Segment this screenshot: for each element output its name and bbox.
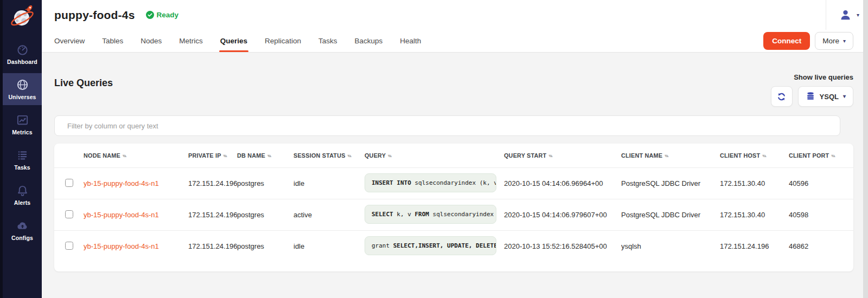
globe-icon <box>16 79 29 91</box>
list-icon <box>16 149 29 161</box>
bell-icon <box>16 184 29 197</box>
tab-queries[interactable]: Queries <box>220 30 247 52</box>
tab-metrics[interactable]: Metrics <box>179 30 203 52</box>
sort-icon: ▾▴ <box>665 153 668 158</box>
status-badge: Ready <box>146 11 179 19</box>
tab-replication[interactable]: Replication <box>265 30 301 52</box>
sort-icon: ▾▴ <box>267 153 271 158</box>
client-port-cell: 46862 <box>789 242 843 250</box>
sidebar-item-alerts[interactable]: Alerts <box>3 179 42 211</box>
chevron-down-icon: ▾ <box>843 38 846 44</box>
sidebar-item-metrics[interactable]: Metrics <box>3 108 42 140</box>
client-name-cell: ysqlsh <box>621 242 720 250</box>
app-root: Dashboard Universes Metrics Tasks Alerts <box>0 0 868 298</box>
refresh-button[interactable] <box>771 86 793 107</box>
row-checkbox[interactable] <box>65 242 73 250</box>
sort-icon: ▾▴ <box>831 153 834 158</box>
api-selector-value: YSQL <box>820 93 839 101</box>
sidebar-item-label: Configs <box>11 235 33 241</box>
chart-icon <box>16 114 29 126</box>
client-host-cell: 172.151.30.40 <box>720 179 789 187</box>
node-name-link[interactable]: yb-15-puppy-food-4s-n1 <box>84 242 188 250</box>
column-header-client-name[interactable]: CLIENT NAME▾▴ <box>621 152 720 159</box>
yugabyte-logo-icon[interactable] <box>9 3 36 30</box>
query-text[interactable]: INSERT INTO sqlsecondaryindex (k, v… <box>365 173 496 192</box>
sidebar-item-universes[interactable]: Universes <box>3 73 42 105</box>
sidebar-item-label: Dashboard <box>7 59 37 65</box>
universe-header: puppy-food-4s Ready ▾ Overview Tables No… <box>42 0 868 53</box>
window-edge <box>863 0 868 298</box>
client-name-cell: PostgreSQL JDBC Driver <box>621 211 720 219</box>
db-name-cell: postgres <box>237 179 293 187</box>
chevron-down-icon: ▾ <box>857 12 859 18</box>
section-title: Live Queries <box>54 77 113 89</box>
table-row: yb-15-puppy-food-4s-n1 172.151.24.196 po… <box>54 167 853 199</box>
chevron-down-icon: ▾ <box>843 94 846 99</box>
column-header-client-port[interactable]: CLIENT PORT▾▴ <box>789 152 843 159</box>
connect-button[interactable]: Connect <box>763 32 810 50</box>
client-host-cell: 172.151.24.196 <box>720 242 789 250</box>
sort-icon: ▾▴ <box>548 153 552 158</box>
column-header-private-ip[interactable]: PRIVATE IP▾▴ <box>188 152 237 159</box>
session-status-cell: idle <box>293 179 365 187</box>
tab-tasks[interactable]: Tasks <box>318 30 337 52</box>
row-checkbox[interactable] <box>65 179 73 187</box>
sidebar-item-label: Universes <box>8 94 36 100</box>
session-status-cell: active <box>293 211 365 219</box>
client-name-cell: PostgreSQL JDBC Driver <box>621 179 720 187</box>
check-circle-icon <box>146 11 154 19</box>
private-ip-cell: 172.151.24.196 <box>188 242 237 250</box>
universe-tabs: Overview Tables Nodes Metrics Queries Re… <box>54 30 421 52</box>
query-start-cell: 2020-10-13 15:52:16.528405+00 <box>504 242 621 250</box>
tab-tables[interactable]: Tables <box>102 30 123 52</box>
sidebar-item-tasks[interactable]: Tasks <box>3 144 42 176</box>
page-title: puppy-food-4s <box>54 9 135 22</box>
client-port-cell: 40596 <box>789 179 843 187</box>
sidebar-item-dashboard[interactable]: Dashboard <box>3 38 42 70</box>
user-menu[interactable]: ▾ <box>826 0 868 30</box>
query-start-cell: 2020-10-15 04:14:06.979607+00 <box>504 211 621 219</box>
private-ip-cell: 172.151.24.196 <box>188 179 237 187</box>
status-label: Ready <box>157 11 179 19</box>
sort-icon: ▾▴ <box>348 153 351 158</box>
sidebar-item-label: Metrics <box>12 129 33 135</box>
query-text[interactable]: grant SELECT,INSERT, UPDATE, DELETE… <box>365 236 496 255</box>
live-queries-table: NODE NAME▾▴ PRIVATE IP▾▴ DB NAME▾▴ SESSI… <box>54 144 853 271</box>
main-area: puppy-food-4s Ready ▾ Overview Tables No… <box>42 0 868 298</box>
sidebar-item-configs[interactable]: Configs <box>3 214 42 246</box>
row-checkbox[interactable] <box>65 210 73 218</box>
sidebar: Dashboard Universes Metrics Tasks Alerts <box>0 0 42 298</box>
column-header-query[interactable]: QUERY▾▴ <box>365 152 504 159</box>
tab-backups[interactable]: Backups <box>354 30 382 52</box>
more-button[interactable]: More ▾ <box>815 32 853 50</box>
column-header-session-status[interactable]: SESSION STATUS▾▴ <box>293 152 365 159</box>
tab-nodes[interactable]: Nodes <box>141 30 162 52</box>
sidebar-item-label: Tasks <box>14 164 30 171</box>
node-name-link[interactable]: yb-15-puppy-food-4s-n1 <box>84 179 188 187</box>
cloud-upload-icon <box>16 219 29 232</box>
client-host-cell: 172.151.30.40 <box>720 211 789 219</box>
column-header-query-start[interactable]: QUERY START▾▴ <box>504 152 621 159</box>
user-avatar-icon <box>839 9 852 21</box>
api-selector-dropdown[interactable]: YSQL ▾ <box>798 86 853 107</box>
show-live-queries-label: Show live queries <box>794 73 853 81</box>
sort-icon: ▾▴ <box>388 153 391 158</box>
tab-overview[interactable]: Overview <box>54 30 85 52</box>
private-ip-cell: 172.151.24.196 <box>188 211 237 219</box>
tab-health[interactable]: Health <box>400 30 421 52</box>
column-header-node-name[interactable]: NODE NAME▾▴ <box>84 152 188 159</box>
db-name-cell: postgres <box>237 242 293 250</box>
column-header-db-name[interactable]: DB NAME▾▴ <box>237 152 293 159</box>
query-text[interactable]: SELECT k, v FROM sqlsecondaryindex … <box>365 205 496 224</box>
node-name-link[interactable]: yb-15-puppy-food-4s-n1 <box>84 211 188 219</box>
database-icon <box>806 92 815 101</box>
live-queries-page: Live Queries Show live queries <box>42 53 868 298</box>
filter-input[interactable] <box>54 115 840 136</box>
sort-icon: ▾▴ <box>762 153 765 158</box>
column-header-client-host[interactable]: CLIENT HOST▾▴ <box>720 152 789 159</box>
sort-icon: ▾▴ <box>224 153 227 158</box>
db-name-cell: postgres <box>237 211 293 219</box>
gauge-icon <box>16 43 29 56</box>
sort-icon: ▾▴ <box>123 153 126 158</box>
session-status-cell: idle <box>293 242 365 250</box>
